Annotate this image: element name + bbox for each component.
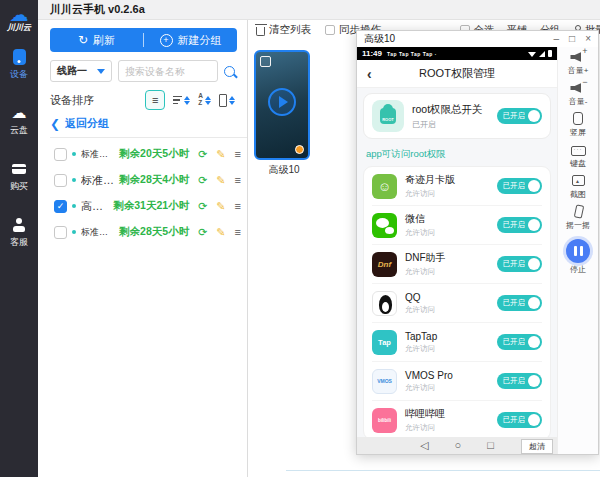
new-group-button[interactable]: + 新建分组 [144,33,237,48]
device-row[interactable]: 标准增域自用剩余28天5小时⟳✎≡ [38,219,247,245]
app-name: 微信 [405,212,435,226]
phone-screen: 11:49 Tap Tap Tap Tap · ‹ ROOT权限管理 ROOT [357,47,557,454]
device-checkbox[interactable]: ✓ [54,200,67,213]
preview-checkbox[interactable] [260,56,271,67]
root-manager-content: ROOT root权限总开关 已开启 已开启 app可访问root权限 ☺奇迹月… [357,88,557,437]
sort-numeric-icon[interactable] [219,94,235,107]
control-keyboard[interactable]: 键盘 [570,143,587,169]
root-access-toggle[interactable]: 已开启 [497,256,543,272]
new-group-label: 新建分组 [178,33,222,48]
device-checkbox[interactable] [54,148,67,161]
search-input[interactable] [118,60,218,82]
app-name: 奇迹月卡版 [405,173,455,187]
device-refresh-icon[interactable]: ⟳ [198,227,207,238]
battery-icon [548,50,552,57]
device-edit-icon[interactable]: ✎ [216,201,225,212]
app-name: QQ [405,292,435,303]
toggle-state-label: 已开启 [503,337,526,347]
device-row[interactable]: ✓高级10剩余31天21小时⟳✎≡ [38,193,247,219]
sort-by-list-icon[interactable] [173,96,190,105]
search-icon[interactable] [224,66,235,77]
device-status-dot [72,152,76,156]
volume-down-icon[interactable] [569,81,586,95]
back-arrow-icon[interactable]: ‹ [367,67,372,81]
minimize-button[interactable]: – [554,34,560,44]
control-stop[interactable]: 停止 [566,239,590,275]
device-checkbox[interactable] [54,174,67,187]
root-access-toggle[interactable]: 已开启 [497,373,543,389]
device-refresh-icon[interactable]: ⟳ [198,201,207,212]
device-checkbox[interactable] [54,226,67,239]
device-row[interactable]: 标准增域测试剩余20天5小时⟳✎≡ [38,141,247,167]
device-time-remaining: 剩余28天4小时 [119,173,189,187]
status-time: 11:49 [362,49,382,58]
device-row[interactable]: 标准版广…剩余28天4小时⟳✎≡ [38,167,247,193]
sync-checkbox[interactable] [325,25,335,35]
device-refresh-icon[interactable]: ⟳ [198,175,207,186]
device-edit-icon[interactable]: ✎ [216,149,225,160]
refresh-button[interactable]: ↻ 刷新 [50,33,143,48]
sort-alphabetical-icon[interactable]: AZ [198,93,211,107]
device-menu-icon[interactable]: ≡ [235,227,241,238]
page-title: ROOT权限管理 [419,66,495,81]
root-master-toggle[interactable]: 已开启 [497,108,543,124]
sidebar-item-purchase[interactable]: 购买 [10,161,28,193]
device-menu-icon[interactable]: ≡ [235,149,241,160]
control-shake[interactable]: 摇一摇 [566,205,590,231]
back-to-groups-link[interactable]: ❮ 返回分组 [50,116,235,131]
app-permission-desc: 允许访问 [405,423,445,433]
root-access-toggle[interactable]: 已开启 [497,178,543,194]
nav-home-icon[interactable]: ○ [455,440,462,451]
volume-up-icon[interactable] [569,50,586,64]
sidebar-item-support[interactable]: 客服 [10,217,28,249]
stack-view-icon[interactable]: ≡ [145,90,165,110]
root-manager-appbar: ‹ ROOT权限管理 [357,60,557,88]
qq-icon [372,291,397,316]
control-screenshot[interactable]: 截图 [570,174,587,200]
app-meta: DNF助手允许访问 [405,251,446,277]
close-button[interactable]: × [585,34,591,44]
app-row: VMOSVMOS Pro允许访问已开启 [372,362,542,401]
sort-icons: ≡ AZ [145,90,235,110]
keyboard-icon[interactable] [570,143,587,157]
root-access-toggle[interactable]: 已开启 [497,412,543,428]
toggle-state-label: 已开启 [503,298,526,308]
device-menu-icon[interactable]: ≡ [235,175,241,186]
sidebar-item-label: 购买 [10,180,28,193]
sidebar-item-cloud-disk[interactable]: 云盘 [10,105,28,137]
device-preview-thumbnail[interactable] [254,50,310,160]
device-phone-icon [13,49,26,65]
device-refresh-icon[interactable]: ⟳ [198,149,207,160]
nav-back-icon[interactable]: ◁ [420,440,428,451]
shake-icon[interactable] [570,205,587,219]
customer-service-icon [11,217,27,233]
device-edit-icon[interactable]: ✎ [216,175,225,186]
control-rotate[interactable]: 竖屏 [570,112,587,138]
stop-icon[interactable] [566,239,590,263]
phone-window-titlebar[interactable]: 高级10 – □ × [357,31,598,47]
maximize-button[interactable]: □ [569,34,575,44]
miracle-icon: ☺ [372,174,397,199]
control-volume-up[interactable]: 音量+ [568,50,589,76]
nav-recents-icon[interactable]: □ [487,440,494,451]
signal-icon [539,51,545,57]
root-access-toggle[interactable]: 已开启 [497,217,543,233]
sidebar-item-label: 设备 [10,68,28,81]
device-edit-icon[interactable]: ✎ [216,227,225,238]
play-icon[interactable] [268,88,296,116]
control-volume-down[interactable]: 音量- [569,81,588,107]
clear-list-button[interactable]: 清空列表 [256,23,311,37]
phone-window-body: 11:49 Tap Tap Tap Tap · ‹ ROOT权限管理 ROOT [357,47,598,454]
screenshot-icon[interactable] [570,174,587,188]
rotate-icon[interactable] [570,112,587,126]
quality-selector[interactable]: 超清 [521,439,553,454]
root-access-toggle[interactable]: 已开启 [497,334,543,350]
app-meta: VMOS Pro允许访问 [405,370,453,393]
app-name: DNF助手 [405,251,446,265]
sidebar-item-label: 云盘 [10,124,28,137]
toggle-state-label: 已开启 [503,111,526,121]
device-menu-icon[interactable]: ≡ [235,201,241,212]
root-access-toggle[interactable]: 已开启 [497,295,543,311]
line-select[interactable]: 线路一 [50,60,112,82]
sidebar-item-devices[interactable]: 设备 [10,49,28,81]
